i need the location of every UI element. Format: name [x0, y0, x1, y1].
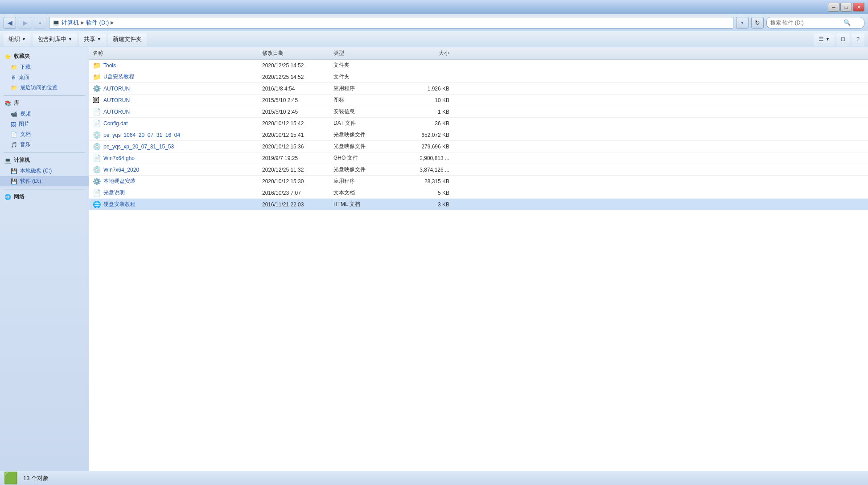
organize-button[interactable]: 组织 ▼ [4, 33, 31, 45]
preview-button[interactable]: □ [836, 33, 850, 45]
sidebar-item-download[interactable]: 📁 下载 [0, 62, 89, 72]
doc-label: 文档 [20, 131, 31, 138]
file-date: 2015/5/10 2:45 [262, 97, 333, 103]
column-date[interactable]: 修改日期 [262, 49, 333, 57]
table-row[interactable]: 📄 AUTORUN 2015/5/10 2:45 安装信息 1 KB [89, 106, 868, 118]
d-drive-icon: 💾 [11, 178, 17, 185]
file-size: 10 KB [396, 97, 449, 103]
file-name: AUTORUN [103, 86, 262, 92]
doc-icon: 📄 [11, 132, 17, 138]
video-icon: 📹 [11, 111, 17, 117]
table-row[interactable]: 📁 U盘安装教程 2020/12/25 14:52 文件夹 [89, 71, 868, 83]
table-row[interactable]: 💿 pe_yqs_1064_20_07_31_16_04 2020/10/12 … [89, 129, 868, 141]
sidebar-library-header[interactable]: 📚 库 [0, 98, 89, 109]
file-size: 1 KB [396, 109, 449, 115]
network-label: 网络 [14, 193, 25, 201]
file-date: 2019/9/7 19:25 [262, 155, 333, 161]
sidebar-computer-header[interactable]: 💻 计算机 [0, 155, 89, 166]
close-button[interactable]: ✕ [853, 3, 864, 12]
file-date: 2020/12/25 11:32 [262, 167, 333, 173]
help-button[interactable]: ? [852, 33, 864, 45]
sidebar-item-doc[interactable]: 📄 文档 [0, 129, 89, 140]
sidebar-item-d-drive[interactable]: 💾 软件 (D:) [0, 176, 89, 186]
file-icon: 💿 [93, 131, 102, 139]
table-row[interactable]: 📄 Config.dat 2020/10/12 15:42 DAT 文件 36 … [89, 118, 868, 129]
image-icon: 🖼 [11, 121, 16, 127]
new-folder-button[interactable]: 新建文件夹 [108, 33, 147, 45]
sidebar-item-music[interactable]: 🎵 音乐 [0, 140, 89, 150]
music-label: 音乐 [20, 141, 31, 148]
file-name: Win7x64_2020 [103, 167, 262, 173]
file-type: GHO 文件 [333, 154, 396, 162]
table-row[interactable]: 💿 pe_yqs_xp_20_07_31_15_53 2020/10/12 15… [89, 141, 868, 152]
sidebar-favorites-header[interactable]: ⭐ 收藏夹 [0, 51, 89, 62]
view-icon: ☰ [819, 36, 824, 42]
column-type[interactable]: 类型 [333, 49, 396, 57]
c-drive-icon: 💾 [11, 168, 17, 174]
file-name: Win7x64.gho [103, 155, 262, 161]
file-size: 652,072 KB [396, 132, 449, 138]
sidebar-network-header[interactable]: 🌐 网络 [0, 191, 89, 202]
include-label: 包含到库中 [37, 35, 66, 43]
sidebar-item-video[interactable]: 📹 视频 [0, 109, 89, 119]
include-library-button[interactable]: 包含到库中 ▼ [33, 33, 77, 45]
breadcrumb-computer[interactable]: 计算机 [62, 19, 79, 27]
search-bar: 🔍 [766, 17, 864, 29]
sidebar-item-desktop[interactable]: 🖥 桌面 [0, 72, 89, 82]
file-icon: ⚙️ [93, 85, 102, 93]
table-row[interactable]: 📄 光盘说明 2016/10/23 7:07 文本文档 5 KB [89, 187, 868, 199]
status-app-icon: 🟩 [4, 471, 18, 485]
file-area: 名称 修改日期 类型 大小 📁 Tools 2020/12/25 14:52 文… [89, 47, 868, 471]
file-name: Config.dat [103, 120, 262, 127]
file-name: pe_yqs_1064_20_07_31_16_04 [103, 132, 262, 138]
search-icon[interactable]: 🔍 [843, 19, 851, 26]
breadcrumb-drive[interactable]: 软件 (D:) [86, 19, 109, 27]
file-icon: 🌐 [93, 201, 102, 209]
up-button[interactable]: ▲ [34, 17, 46, 29]
file-size: 279,696 KB [396, 144, 449, 150]
share-button[interactable]: 共享 ▼ [79, 33, 106, 45]
new-folder-label: 新建文件夹 [113, 35, 142, 43]
maximize-button[interactable]: □ [840, 3, 852, 12]
sidebar-item-recent[interactable]: 📁 最近访问的位置 [0, 82, 89, 93]
table-row[interactable]: 🖼 AUTORUN 2015/5/10 2:45 图标 10 KB [89, 95, 868, 106]
back-button[interactable]: ◀ [4, 17, 16, 29]
file-name: 光盘说明 [103, 189, 262, 197]
help-icon: ? [856, 36, 860, 42]
table-row[interactable]: 📄 Win7x64.gho 2019/9/7 19:25 GHO 文件 2,90… [89, 152, 868, 164]
titlebar-controls: ─ □ ✕ [828, 3, 864, 12]
desktop-label: 桌面 [19, 74, 29, 81]
table-row[interactable]: ⚙️ 本地硬盘安装 2020/10/12 15:30 应用程序 28,315 K… [89, 176, 868, 187]
minimize-button[interactable]: ─ [828, 3, 839, 12]
refresh-button[interactable]: ↻ [751, 17, 764, 29]
preview-icon: □ [841, 36, 845, 42]
sidebar-item-c-drive[interactable]: 💾 本地磁盘 (C:) [0, 166, 89, 176]
sidebar-divider-3 [4, 189, 85, 189]
sidebar-section-computer: 💻 计算机 💾 本地磁盘 (C:) 💾 软件 (D:) [0, 155, 89, 186]
file-icon: 📄 [93, 108, 102, 116]
sidebar-divider-1 [4, 95, 85, 96]
favorites-label: 收藏夹 [14, 53, 30, 60]
sidebar-section-library: 📚 库 📹 视频 🖼 图片 📄 文档 🎵 音乐 [0, 98, 89, 150]
file-date: 2020/10/12 15:42 [262, 120, 333, 127]
file-type: 安装信息 [333, 108, 396, 115]
search-input[interactable] [770, 20, 842, 26]
table-row[interactable]: 🌐 硬盘安装教程 2016/11/21 22:03 HTML 文档 3 KB [89, 199, 868, 210]
table-row[interactable]: 💿 Win7x64_2020 2020/12/25 11:32 光盘映像文件 3… [89, 164, 868, 176]
view-button[interactable]: ☰ ▼ [814, 33, 835, 45]
column-size[interactable]: 大小 [396, 49, 449, 57]
table-row[interactable]: ⚙️ AUTORUN 2016/1/8 4:54 应用程序 1,926 KB [89, 83, 868, 95]
breadcrumb-arrow-1: ▶ [81, 20, 84, 25]
music-icon: 🎵 [11, 142, 17, 148]
dropdown-button[interactable]: ▼ [736, 17, 749, 29]
table-row[interactable]: 📁 Tools 2020/12/25 14:52 文件夹 [89, 60, 868, 71]
forward-button[interactable]: ▶ [19, 17, 31, 29]
download-icon: 📁 [11, 64, 17, 70]
sidebar-item-image[interactable]: 🖼 图片 [0, 119, 89, 129]
breadcrumb[interactable]: 💻 计算机 ▶ 软件 (D:) ▶ [49, 17, 733, 29]
column-name[interactable]: 名称 [93, 49, 262, 57]
d-drive-label: 软件 (D:) [20, 177, 41, 185]
share-label: 共享 [84, 35, 95, 43]
download-label: 下载 [20, 63, 31, 71]
file-name: 本地硬盘安装 [103, 177, 262, 185]
